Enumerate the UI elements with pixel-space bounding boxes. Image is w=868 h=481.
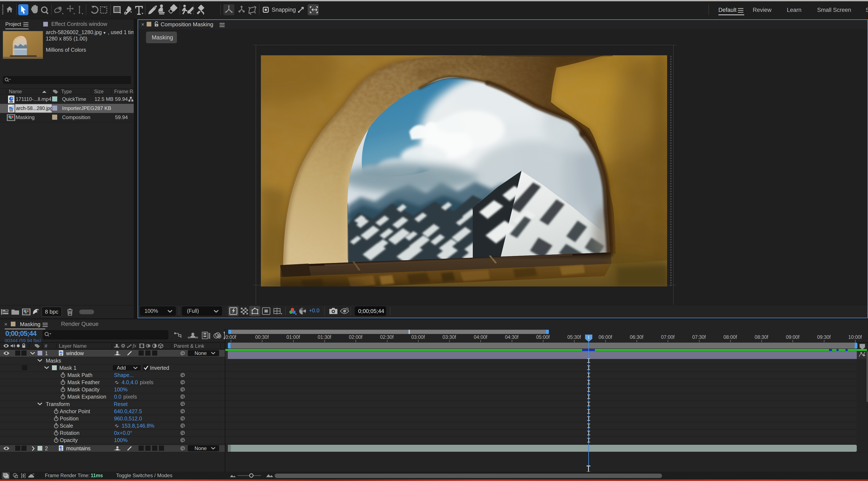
svg-text:Snapping: Snapping [272, 7, 296, 13]
